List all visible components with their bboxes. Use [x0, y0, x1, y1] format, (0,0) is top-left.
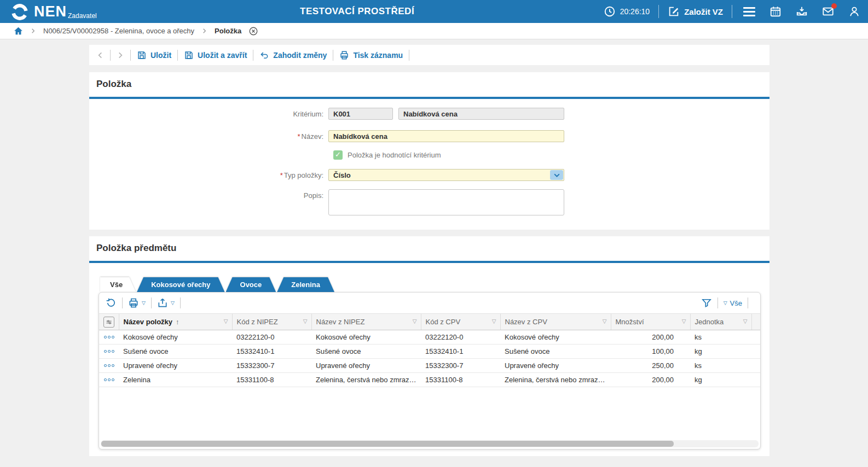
column-filter-icon[interactable]: ▽ [224, 318, 228, 324]
description-field[interactable] [328, 189, 564, 215]
item-type-dropdown-button[interactable] [550, 170, 563, 180]
printer-icon [339, 50, 349, 60]
close-tab-icon[interactable] [248, 26, 258, 36]
evaluation-criterion-label: Položka je hodnotící kritérium [348, 151, 441, 159]
column-settings-header [99, 314, 119, 330]
evaluation-criterion-row: Položka je hodnotící kritérium [89, 150, 769, 160]
required-asterisk: * [297, 132, 300, 141]
col-jednotka[interactable]: Jednotka▽ [690, 314, 751, 330]
tab-ovoce[interactable]: Ovoce [226, 277, 276, 292]
filter-funnel-icon[interactable] [701, 297, 712, 308]
edit-icon [668, 5, 680, 17]
column-filter-icon[interactable]: ▽ [743, 318, 748, 324]
filter-preset-icon[interactable]: ▽ [724, 300, 727, 306]
section-title: Položka [96, 79, 769, 92]
col-mnozstvi[interactable]: Množství▽ [611, 314, 690, 330]
column-filter-icon[interactable]: ▽ [303, 318, 308, 324]
col-nazev-nipez[interactable]: Název z NIPEZ▽ [311, 314, 421, 330]
row-menu-icon[interactable] [103, 350, 114, 353]
save-and-close-button[interactable]: Uložit a zavřít [184, 50, 247, 60]
divider [732, 5, 732, 18]
header-row: Název položky↑ ▽ Kód z NIPEZ▽ Název z NI… [99, 314, 761, 330]
item-type-value[interactable] [328, 169, 564, 181]
chevron-right-icon [30, 28, 36, 34]
column-filter-icon[interactable]: ▽ [603, 318, 607, 324]
breadcrumb: N006/25/V00002958 - Zelenina, ovoce a oř… [0, 23, 868, 39]
person-icon [848, 5, 860, 17]
divider [177, 50, 178, 61]
criterion-code-field[interactable] [328, 108, 393, 120]
criterion-label: Kritérium: [89, 108, 328, 118]
refresh-icon[interactable] [106, 297, 117, 308]
messages-button[interactable] [822, 5, 834, 17]
column-filter-icon[interactable]: ▽ [492, 318, 496, 324]
next-record-icon[interactable] [117, 51, 124, 59]
print-grid-icon[interactable] [128, 297, 139, 308]
print-options-icon[interactable]: ▽ [142, 300, 146, 306]
calendar-icon [769, 5, 782, 17]
print-record-button[interactable]: Tisk záznamu [339, 50, 403, 60]
menu-icon[interactable] [743, 7, 755, 16]
item-type-select[interactable] [328, 169, 564, 181]
row-menu-icon[interactable] [103, 378, 114, 381]
top-header-bar: NEN Zadavatel TESTOVACÍ PROSTŘEDÍ 20:26:… [0, 0, 868, 23]
column-filter-icon[interactable]: ▽ [682, 318, 686, 324]
download-tray-icon [796, 5, 808, 17]
tab-zelenina[interactable]: Zelenina [277, 277, 334, 292]
chevron-right-icon [201, 28, 207, 34]
save-button[interactable]: Uložit [137, 50, 171, 60]
row-menu-icon[interactable] [103, 364, 114, 367]
inbox-button[interactable] [796, 5, 808, 17]
undo-icon [259, 50, 269, 60]
row-menu-icon[interactable] [103, 336, 114, 338]
divider [717, 297, 718, 308]
name-field[interactable] [328, 130, 564, 142]
clock: 20:26:10 [604, 5, 650, 17]
nen-logo-icon [10, 2, 30, 22]
discard-changes-button[interactable]: Zahodit změny [259, 50, 327, 60]
col-kod-nipez[interactable]: Kód z NIPEZ▽ [232, 314, 311, 330]
calendar-button[interactable] [769, 5, 782, 17]
filter-preset-label[interactable]: Vše [730, 299, 742, 307]
table-row[interactable]: Zelenina15331100-8 Zelenina, čerstvá neb… [99, 373, 761, 387]
table-row[interactable]: Sušené ovoce15332410-1 Sušené ovoce15332… [99, 345, 761, 359]
nen-logo[interactable]: NEN Zadavatel [10, 2, 97, 22]
item-type-label: *Typ položky: [89, 169, 328, 179]
horizontal-scrollbar[interactable] [101, 440, 759, 447]
brand-subtitle: Zadavatel [68, 12, 97, 20]
export-icon[interactable] [157, 297, 168, 308]
floppy-icon [184, 50, 194, 60]
home-icon[interactable] [14, 26, 23, 36]
current-time: 20:26:10 [620, 7, 650, 16]
col-nazev-polozky[interactable]: Název položky↑ ▽ [119, 314, 232, 330]
column-filter-icon[interactable]: ▽ [413, 318, 417, 324]
divider [130, 50, 131, 61]
col-nazev-cpv[interactable]: Název z CPV▽ [500, 314, 611, 330]
items-table: Název položky↑ ▽ Kód z NIPEZ▽ Název z NI… [99, 313, 761, 387]
col-kod-cpv[interactable]: Kód z CPV▽ [421, 314, 500, 330]
divider [253, 50, 253, 61]
column-settings-icon[interactable] [103, 317, 114, 328]
floppy-icon [137, 50, 147, 60]
evaluation-criterion-checkbox[interactable] [333, 150, 343, 160]
tab-kokosove-orechy[interactable]: Kokosové ořechy [137, 277, 224, 292]
divider [122, 297, 123, 308]
table-row[interactable]: Kokosové ořechy03222120-0 Kokosové ořech… [99, 330, 761, 345]
sort-asc-icon: ↑ [176, 318, 180, 326]
chevron-down-icon [553, 172, 560, 179]
item-form-section: Položka Kritérium: *Název: [89, 72, 769, 230]
export-options-icon[interactable]: ▽ [171, 300, 175, 306]
table-row[interactable]: Upravené ořechy15332300-7 Upravené ořech… [99, 359, 761, 373]
user-profile-button[interactable] [848, 5, 860, 17]
scrollbar-thumb[interactable] [101, 441, 674, 447]
main-content: Uložit Uložit a zavřít Zahodit změny [0, 45, 868, 456]
breadcrumb-item[interactable]: N006/25/V00002958 - Zelenina, ovoce a oř… [43, 27, 194, 35]
section-rule [89, 261, 769, 263]
previous-record-icon[interactable] [96, 51, 104, 59]
tab-vse[interactable]: Vše [100, 277, 136, 292]
description-row: Popis: [89, 189, 769, 215]
criterion-name-field[interactable] [398, 108, 564, 120]
required-asterisk: * [280, 171, 283, 179]
create-vz-button[interactable]: Založit VZ [668, 5, 723, 17]
item-type-row: *Typ položky: [89, 169, 769, 181]
